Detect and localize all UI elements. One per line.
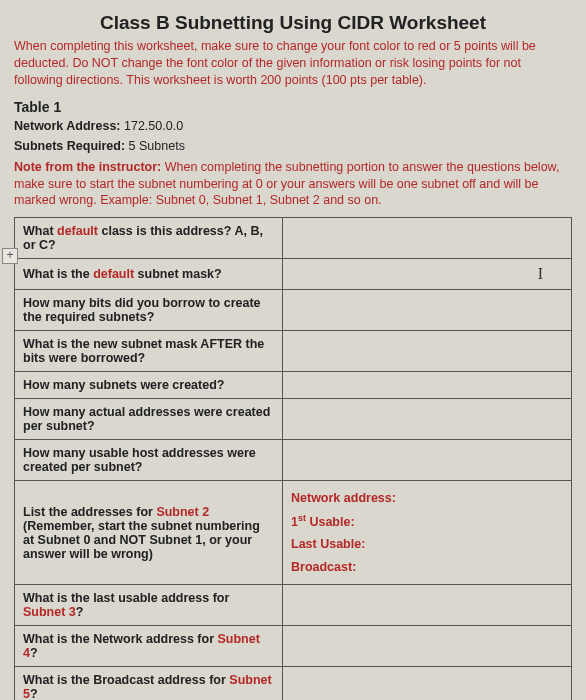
table-row: What default class is this address? A, B…: [15, 218, 572, 259]
first-usable-label: 1st Usable:: [291, 510, 563, 534]
table-row: What is the Network address for Subnet 4…: [15, 626, 572, 667]
answer-cell[interactable]: [283, 331, 572, 372]
worksheet-table: What default class is this address? A, B…: [14, 217, 572, 700]
question-cell: What is the Broadcast address for Subnet…: [15, 667, 283, 700]
question-cell: List the addresses for Subnet 2 (Remembe…: [15, 481, 283, 585]
network-address-value: 172.50.0.0: [124, 119, 183, 133]
answer-cell[interactable]: Network address: 1st Usable: Last Usable…: [283, 481, 572, 585]
question-cell: How many subnets were created?: [15, 372, 283, 399]
question-cell: What is the default subnet mask?: [15, 259, 283, 290]
table-row: How many actual addresses were created p…: [15, 399, 572, 440]
question-cell: What default class is this address? A, B…: [15, 218, 283, 259]
answer-cell[interactable]: [283, 440, 572, 481]
question-cell: How many actual addresses were created p…: [15, 399, 283, 440]
question-cell: How many usable host addresses were crea…: [15, 440, 283, 481]
table-row: List the addresses for Subnet 2 (Remembe…: [15, 481, 572, 585]
answer-labels: Network address: 1st Usable: Last Usable…: [291, 487, 563, 578]
network-address-line: Network Address: 172.50.0.0: [14, 119, 572, 133]
table-row: How many subnets were created?: [15, 372, 572, 399]
answer-cell[interactable]: [283, 399, 572, 440]
subnets-required-line: Subnets Required: 5 Subnets: [14, 139, 572, 153]
note-label: Note from the instructor:: [14, 160, 161, 174]
answer-cell[interactable]: [283, 626, 572, 667]
network-address-label: Network Address:: [14, 119, 121, 133]
table-row: How many usable host addresses were crea…: [15, 440, 572, 481]
instructor-note: Note from the instructor: When completin…: [14, 159, 572, 210]
question-cell: How many bits did you borrow to create t…: [15, 290, 283, 331]
question-cell: What is the new subnet mask AFTER the bi…: [15, 331, 283, 372]
answer-cell[interactable]: [283, 667, 572, 700]
instructions-text: When completing this worksheet, make sur…: [14, 38, 572, 89]
table-row: How many bits did you borrow to create t…: [15, 290, 572, 331]
question-cell: What is the Network address for Subnet 4…: [15, 626, 283, 667]
table-row: What is the Broadcast address for Subnet…: [15, 667, 572, 700]
answer-cell[interactable]: [283, 290, 572, 331]
last-usable-label: Last Usable:: [291, 533, 563, 556]
broadcast-label: Broadcast:: [291, 556, 563, 579]
table-row: What is the default subnet mask? I: [15, 259, 572, 290]
question-cell: What is the last usable address for Subn…: [15, 585, 283, 626]
table-row: What is the new subnet mask AFTER the bi…: [15, 331, 572, 372]
table-label: Table 1: [14, 99, 572, 115]
expand-icon[interactable]: +: [2, 248, 18, 264]
answer-cell[interactable]: [283, 585, 572, 626]
subnets-required-label: Subnets Required:: [14, 139, 125, 153]
answer-cell[interactable]: I: [283, 259, 572, 290]
net-addr-label: Network address:: [291, 487, 563, 510]
answer-cell[interactable]: [283, 218, 572, 259]
text-cursor-icon: I: [538, 265, 543, 283]
answer-cell[interactable]: [283, 372, 572, 399]
table-row: What is the last usable address for Subn…: [15, 585, 572, 626]
subnets-required-value: 5 Subnets: [129, 139, 185, 153]
page-title: Class B Subnetting Using CIDR Worksheet: [14, 12, 572, 34]
